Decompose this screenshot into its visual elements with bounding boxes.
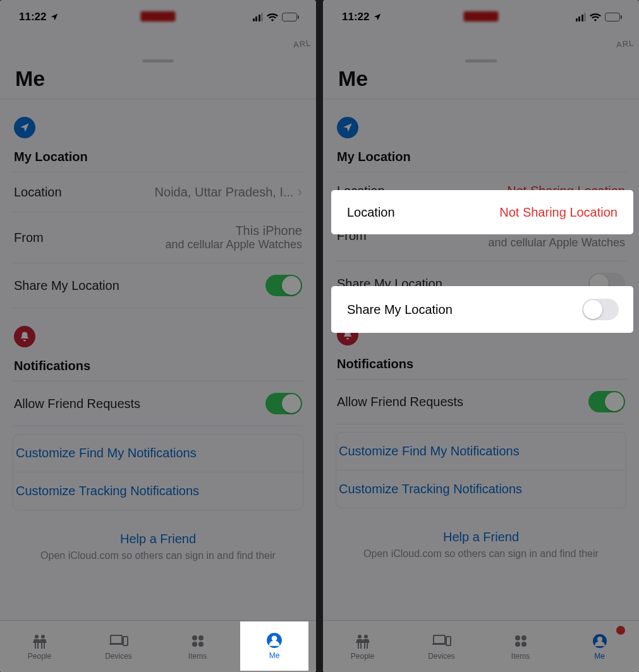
wifi-icon: [267, 13, 278, 21]
tab-devices-label: Devices: [428, 652, 455, 661]
location-arrow-icon: [373, 13, 382, 21]
location-row[interactable]: Location Noida, Uttar Pradesh, I... ›: [13, 172, 303, 212]
devices-icon: [432, 633, 451, 649]
svg-rect-17: [446, 637, 451, 645]
me-icon: [592, 633, 607, 649]
tab-people[interactable]: People: [0, 621, 79, 672]
svg-rect-2: [111, 635, 122, 644]
location-row[interactable]: Location Not Sharing Location: [336, 172, 626, 210]
devices-icon: [109, 633, 128, 649]
from-row-value: This iPhone: [235, 224, 302, 238]
customize-tracking-link[interactable]: Customize Tracking Notifications: [336, 470, 626, 508]
allow-friend-requests-toggle[interactable]: [265, 393, 302, 414]
svg-point-23: [597, 637, 602, 642]
notification-links: Customize Find My Notifications Customiz…: [13, 434, 303, 510]
chevron-right-icon: ›: [298, 184, 302, 200]
allow-friend-requests-row: Allow Friend Requests: [336, 379, 626, 424]
wifi-icon: [590, 13, 601, 21]
tab-bar: People Devices Items Me: [0, 620, 316, 672]
status-bar: 11:22: [323, 0, 639, 34]
tab-items-label: Items: [511, 652, 530, 661]
tab-items[interactable]: Items: [158, 621, 237, 672]
page-title: Me: [323, 63, 639, 99]
items-icon: [190, 633, 205, 649]
battery-icon: [605, 13, 620, 21]
allow-friend-requests-row: Allow Friend Requests: [13, 381, 303, 426]
allow-friend-requests-toggle[interactable]: [588, 391, 625, 412]
svg-rect-3: [109, 644, 123, 645]
help-friend-link[interactable]: Help a Friend: [13, 532, 303, 546]
from-row-label: From: [14, 231, 166, 245]
watermark: ARL: [293, 39, 312, 50]
cellular-icon: [253, 13, 264, 21]
allow-friend-requests-label: Allow Friend Requests: [337, 395, 588, 409]
people-icon: [30, 633, 49, 649]
bell-icon: [337, 324, 358, 345]
location-icon: [337, 117, 358, 138]
tab-people-label: People: [351, 652, 374, 661]
notification-dot-icon: [616, 626, 625, 635]
svg-rect-15: [434, 635, 445, 644]
customize-tracking-link[interactable]: Customize Tracking Notifications: [13, 472, 303, 510]
phone-right: ARL 11:22 Me My Location Location Not: [323, 0, 639, 672]
svg-rect-16: [432, 644, 446, 645]
share-location-toggle[interactable]: [265, 275, 302, 296]
svg-point-19: [521, 635, 526, 640]
from-row-label: From: [337, 229, 489, 243]
items-icon: [513, 633, 528, 649]
bell-icon: [14, 326, 35, 347]
svg-point-0: [35, 635, 39, 639]
svg-point-10: [274, 637, 279, 642]
customize-findmy-link[interactable]: Customize Find My Notifications: [13, 435, 303, 472]
notifications-section: Notifications Allow Friend Requests Cust…: [323, 306, 639, 560]
tab-devices[interactable]: Devices: [79, 621, 158, 672]
svg-point-8: [198, 642, 204, 647]
tab-me-label: Me: [594, 652, 605, 661]
from-row[interactable]: From This iPhone and cellular Apple Watc…: [336, 210, 626, 261]
tab-me-label: Me: [271, 652, 282, 661]
svg-point-6: [198, 635, 204, 640]
tab-devices-label: Devices: [105, 652, 132, 661]
tab-me[interactable]: Me: [237, 621, 316, 672]
location-row-value: Noida, Uttar Pradesh, I...: [155, 185, 294, 200]
customize-findmy-link[interactable]: Customize Find My Notifications: [336, 433, 626, 470]
share-location-toggle[interactable]: [588, 273, 625, 294]
my-location-header: My Location: [336, 150, 626, 164]
help-friend-link[interactable]: Help a Friend: [336, 530, 626, 544]
allow-friend-requests-label: Allow Friend Requests: [14, 397, 265, 411]
tab-devices[interactable]: Devices: [402, 621, 481, 672]
help-friend-sub: Open iCloud.com so others can sign in an…: [13, 550, 303, 561]
share-location-label: Share My Location: [337, 277, 588, 291]
location-row-value: Not Sharing Location: [507, 184, 625, 198]
from-row-sub: and cellular Apple Watches: [166, 238, 302, 251]
me-sheet: Me My Location Location Not Sharing Loca…: [323, 53, 639, 672]
phone-left: ARL 11:22 Me My Location Location Noi: [0, 0, 316, 672]
people-icon: [353, 633, 372, 649]
my-location-section: My Location Location Noida, Uttar Prades…: [0, 99, 316, 308]
svg-point-5: [192, 635, 197, 640]
tab-me[interactable]: Me: [560, 621, 639, 672]
status-time: 11:22: [19, 11, 46, 23]
tab-people[interactable]: People: [323, 621, 402, 672]
from-row-sub: and cellular Apple Watches: [489, 236, 625, 249]
share-location-row: Share My Location: [13, 263, 303, 308]
tab-people-label: People: [28, 652, 51, 661]
svg-point-18: [515, 635, 520, 640]
status-time: 11:22: [342, 11, 369, 23]
location-row-label: Location: [337, 184, 507, 198]
svg-point-7: [192, 642, 197, 647]
svg-point-13: [358, 635, 362, 639]
svg-point-14: [364, 635, 368, 639]
notification-links: Customize Find My Notifications Customiz…: [336, 432, 626, 508]
page-title: Me: [0, 63, 316, 99]
svg-rect-4: [123, 637, 128, 645]
tab-items[interactable]: Items: [481, 621, 560, 672]
from-row[interactable]: From This iPhone and cellular Apple Watc…: [13, 212, 303, 263]
notifications-header: Notifications: [336, 357, 626, 371]
me-sheet: Me My Location Location Noida, Uttar Pra…: [0, 53, 316, 672]
battery-icon: [282, 13, 297, 21]
notifications-header: Notifications: [13, 359, 303, 373]
tab-bar: People Devices Items Me: [323, 620, 639, 672]
location-row-label: Location: [14, 185, 155, 200]
notifications-section: Notifications Allow Friend Requests Cust…: [0, 308, 316, 561]
